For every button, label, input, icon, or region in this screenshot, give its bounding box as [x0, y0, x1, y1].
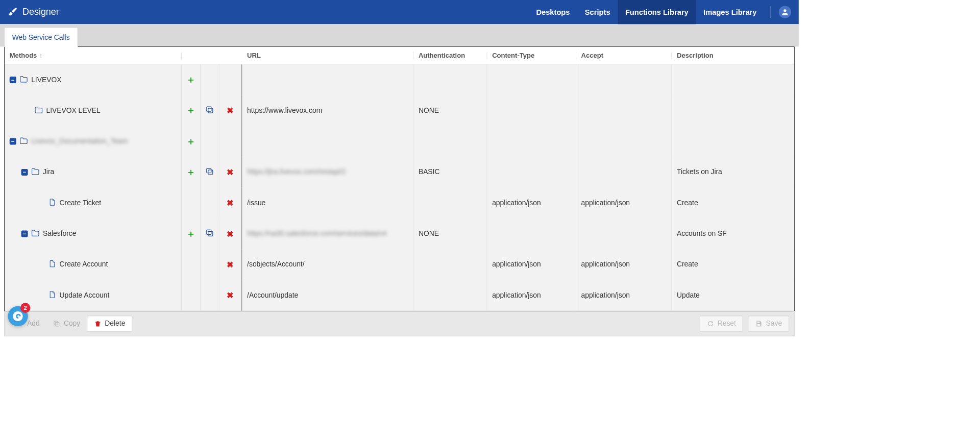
row-add-cell: ＋	[182, 218, 201, 249]
description-cell	[672, 126, 794, 157]
copy-button-label: Copy	[64, 320, 80, 328]
footer-toolbar: 2 Add Copy Delete Reset Save	[4, 311, 795, 336]
delete-icon[interactable]: ✖	[227, 260, 234, 270]
copy-icon[interactable]	[205, 166, 214, 178]
save-button[interactable]: Save	[748, 315, 789, 331]
row-add-cell	[182, 249, 201, 280]
row-copy-cell	[201, 126, 219, 157]
add-icon[interactable]: ＋	[186, 166, 195, 178]
delete-icon[interactable]: ✖	[227, 290, 234, 301]
row-label: LIVEVOX	[31, 76, 61, 84]
row-copy-cell	[201, 280, 219, 310]
url-cell	[242, 64, 413, 95]
col-accept[interactable]: Accept	[576, 52, 672, 59]
delete-icon[interactable]: ✖	[227, 229, 234, 239]
col-content-type[interactable]: Content-Type	[487, 52, 576, 59]
add-icon[interactable]: ＋	[186, 135, 195, 148]
collapse-toggle[interactable]: −	[21, 169, 28, 176]
brush-icon	[8, 7, 17, 17]
accept-cell: application/json	[576, 280, 672, 310]
table-row[interactable]: −Salesforce＋✖https://na30.salesforce.com…	[5, 218, 794, 249]
svg-rect-7	[56, 322, 59, 326]
delete-icon[interactable]: ✖	[227, 106, 234, 116]
col-url[interactable]: URL	[242, 52, 413, 59]
row-label: LIVEVOX LEVEL	[46, 107, 100, 115]
collapse-toggle[interactable]: −	[10, 138, 16, 145]
col-description[interactable]: Description	[672, 52, 794, 59]
content-type-cell: application/json	[487, 188, 576, 218]
table-row[interactable]: −LIVEVOX＋	[5, 64, 794, 95]
table-body: −LIVEVOX＋LIVEVOX LEVEL＋✖https://www.live…	[5, 64, 794, 310]
content-type-cell	[487, 126, 576, 157]
collapse-toggle[interactable]: −	[10, 77, 16, 83]
app-title: Designer	[22, 7, 59, 17]
reset-button[interactable]: Reset	[700, 315, 743, 331]
col-methods[interactable]: Methods ↑	[5, 52, 182, 59]
row-add-cell: ＋	[182, 126, 201, 157]
url-cell: /sobjects/Account/	[242, 249, 413, 280]
copy-button[interactable]: Copy	[46, 316, 87, 331]
row-copy-cell	[201, 249, 219, 280]
svg-rect-2	[207, 107, 211, 111]
table-row[interactable]: Create Ticket✖/issueapplication/jsonappl…	[5, 188, 794, 218]
row-delete-cell: ✖	[219, 218, 242, 249]
methods-cell: −LIVEVOX	[5, 64, 182, 95]
delete-icon[interactable]: ✖	[227, 198, 234, 208]
methods-table: Methods ↑ URL Authentication Content-Typ…	[4, 46, 795, 311]
refresh-icon	[707, 320, 715, 327]
url-cell: /Account/update	[242, 280, 413, 310]
floating-widget[interactable]: 2	[8, 306, 28, 326]
url-cell: https://jira.livevox.com/restapi/2	[242, 157, 413, 187]
save-icon	[755, 320, 763, 327]
methods-cell: LIVEVOX LEVEL	[5, 95, 182, 126]
table-row[interactable]: Create Account✖/sobjects/Account/applica…	[5, 249, 794, 280]
content-type-cell	[487, 157, 576, 187]
url-cell: https://www.livevox.com	[242, 95, 413, 126]
file-icon	[48, 198, 56, 208]
row-label: Livevox_Documentation_Team	[31, 137, 128, 145]
delete-icon[interactable]: ✖	[227, 167, 234, 178]
auth-cell	[413, 280, 487, 310]
row-copy-cell	[201, 218, 219, 249]
nav-functions-library[interactable]: Functions Library	[618, 0, 696, 24]
delete-button[interactable]: Delete	[87, 315, 132, 331]
table-row[interactable]: Update Account✖/Account/updateapplicatio…	[5, 280, 794, 310]
add-icon[interactable]: ＋	[186, 228, 195, 240]
svg-rect-1	[208, 108, 213, 113]
nav-images-library[interactable]: Images Library	[696, 0, 764, 24]
copy-icon[interactable]	[205, 228, 214, 239]
folder-icon	[31, 167, 39, 177]
description-cell: Create	[672, 249, 794, 280]
row-add-cell: ＋	[182, 95, 201, 126]
add-icon[interactable]: ＋	[186, 105, 195, 117]
tab-web-service-calls[interactable]: Web Service Calls	[4, 28, 78, 47]
folder-icon	[35, 106, 43, 115]
content-type-cell	[487, 218, 576, 249]
col-auth[interactable]: Authentication	[413, 52, 487, 59]
nav-scripts[interactable]: Scripts	[577, 0, 618, 24]
nav-desktops[interactable]: Desktops	[529, 0, 577, 24]
collapse-toggle[interactable]: −	[21, 231, 28, 237]
user-avatar[interactable]	[779, 6, 791, 18]
copy-icon[interactable]	[205, 105, 214, 116]
folder-icon	[31, 229, 39, 239]
sort-asc-icon: ↑	[39, 52, 42, 59]
table-row[interactable]: −Jira＋✖https://jira.livevox.com/restapi/…	[5, 157, 794, 187]
description-cell: Tickets on Jira	[672, 157, 794, 187]
url-cell: /issue	[242, 188, 413, 218]
content-type-cell	[487, 64, 576, 95]
tab-strip: Web Service Calls	[0, 24, 799, 46]
row-copy-cell	[201, 188, 219, 218]
row-delete-cell: ✖	[219, 249, 242, 280]
row-delete-cell: ✖	[219, 280, 242, 310]
svg-rect-6	[207, 230, 211, 234]
table-row[interactable]: −Livevox_Documentation_Team＋	[5, 126, 794, 157]
row-label: Jira	[43, 168, 54, 176]
auth-cell	[413, 249, 487, 280]
add-icon[interactable]: ＋	[186, 74, 195, 86]
table-row[interactable]: LIVEVOX LEVEL＋✖https://www.livevox.comNO…	[5, 95, 794, 126]
svg-point-0	[783, 9, 786, 12]
auth-cell	[413, 126, 487, 157]
notification-badge: 2	[20, 303, 31, 313]
folder-icon	[19, 75, 28, 85]
